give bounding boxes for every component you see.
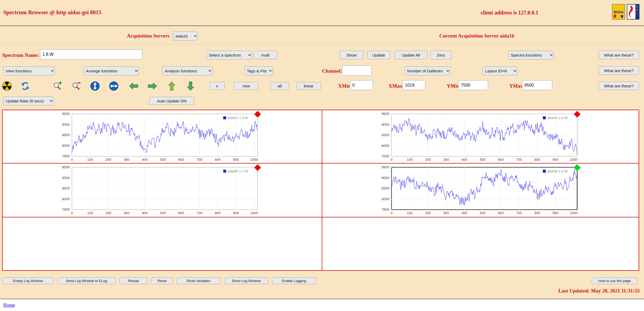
autoscale-y-icon[interactable] [90,81,100,91]
tags-fits-dropdown[interactable]: Tags & Fits [244,66,273,75]
auto-update-button[interactable]: Auto Update ON [149,97,194,105]
svg-text:200: 200 [105,211,111,215]
zoom-out-icon[interactable] [71,81,81,91]
spectra-functions-dropdown[interactable]: Spectra functions [508,51,554,60]
send-log-window-to-elog-button[interactable]: Send Log Window to ELog [57,277,115,284]
svg-text:800: 800 [534,211,540,215]
update-button[interactable]: Update [367,51,390,59]
svg-text:1000: 1000 [570,211,578,215]
show-log-window-button[interactable]: Show Log Window [224,277,268,284]
linear-button[interactable]: linear [297,82,321,90]
svg-text:1000: 1000 [250,158,258,162]
svg-text:800: 800 [534,158,540,162]
spectrum-chart: 0100200300400500600700800900100075008000… [3,110,319,163]
new-button[interactable]: new [234,82,258,90]
gallery-grid: 0100200300400500600700800900100075008000… [2,110,639,271]
svg-text:300: 300 [443,158,449,162]
midas-logo-text: Midas [614,10,624,14]
gallery-panel-1[interactable]: 0100200300400500600700800900100075008000… [3,110,322,164]
gallery-panel-4[interactable]: 0100200300400500600700800900100075008000… [322,164,639,217]
svg-text:0: 0 [71,158,73,162]
radiation-icon[interactable] [2,81,12,91]
what-are-these-button-2[interactable]: What are these? [599,66,639,75]
spectrum-name-input[interactable] [40,49,142,60]
facility-logo[interactable] [627,4,639,20]
zero-button[interactable]: Zero [430,51,451,59]
home-link[interactable]: Home [3,302,15,308]
svg-text:8000: 8000 [382,144,389,148]
refresh-icon[interactable] [20,81,30,91]
analysis-functions-dropdown[interactable]: Analysis functions [162,66,212,75]
pan-up-icon[interactable] [167,81,177,91]
reload-button[interactable]: Reload [119,277,147,284]
enable-logging-button[interactable]: Enable Logging [272,277,316,284]
separator [0,44,644,44]
gallery-panel-6[interactable] [322,217,639,270]
xmin-input[interactable] [350,80,373,90]
layout-id-dropdown[interactable]: Layout ID=8 [482,66,517,75]
spectrum-name-label: Spectrum Name: [2,52,39,58]
client-address: client address is 127.0.0.1 [481,10,538,16]
how-to-use-button[interactable]: How to use this page [592,277,637,284]
midas-logo-decor [621,15,623,18]
svg-text:900: 900 [552,211,558,215]
number-of-galleries-dropdown[interactable]: Number of Galleries [405,66,450,75]
svg-text:200: 200 [425,211,431,215]
ymax-input[interactable] [522,80,552,90]
reset-button[interactable]: Reset [151,277,173,284]
spectrum-chart: 0100200300400500600700800900100075008000… [3,164,319,216]
what-are-these-button-3[interactable]: What are these? [599,82,639,90]
svg-text:500: 500 [160,158,166,162]
pan-left-icon[interactable] [129,81,138,91]
pan-right-icon[interactable] [148,81,157,91]
zoom-in-icon[interactable] [53,81,62,91]
channel-input[interactable] [342,65,372,76]
what-are-these-button-1[interactable]: What are these? [599,51,639,59]
show-variables-button[interactable]: Show Variables [177,277,220,284]
xmin-label: XMin [338,83,351,89]
x-button[interactable]: x [210,82,225,90]
svg-text:8000: 8000 [62,197,70,201]
svg-text:7500: 7500 [382,208,389,212]
svg-text:100: 100 [407,158,413,162]
select-spectrum-dropdown[interactable]: Select a spectrum [206,51,252,60]
pan-down-icon[interactable] [186,81,195,91]
view-functions-dropdown[interactable]: View functions [3,66,55,75]
svg-text:0: 0 [390,211,392,215]
last-updated-text: Last Updated: May 28, 2021 11:31:55 [558,288,640,294]
gallery-panel-3[interactable]: 0100200300400500600700800900100075008000… [3,164,322,217]
xmax-input[interactable] [402,80,425,90]
midas-logo-decor [614,14,616,18]
ymin-label: YMin [447,83,460,89]
update-rate-dropdown[interactable]: Update Rate (8 secs) [3,97,54,105]
svg-text:8500: 8500 [62,133,70,137]
arrange-functions-dropdown[interactable]: Arrange functions [83,66,139,75]
channel-label: Channel: [322,68,342,74]
svg-text:0: 0 [71,211,73,215]
svg-text:9000: 9000 [382,176,389,180]
update-all-button[interactable]: Update All [394,51,427,59]
multi-button[interactable]: multi [254,51,277,59]
autoscale-x-icon[interactable] [109,81,119,91]
gallery-panel-5[interactable] [3,217,322,270]
ymin-input[interactable] [458,80,488,90]
svg-text:aida06 1.7.W: aida06 1.7.W [228,169,248,173]
acquisition-server-select[interactable]: aida16 [173,32,198,40]
svg-text:400: 400 [142,158,148,162]
midas-logo[interactable]: Midas [612,4,625,20]
svg-text:400: 400 [142,211,148,215]
empty-log-window-button[interactable]: Empty Log Window [2,277,54,284]
svg-text:600: 600 [498,158,504,162]
svg-text:8500: 8500 [382,186,389,190]
svg-text:aida02 1.8.W: aida02 1.8.W [228,116,248,120]
all-button[interactable]: all [270,82,289,90]
show-button[interactable]: Show [340,51,363,59]
svg-text:7500: 7500 [382,154,389,158]
ymax-label: YMax [509,83,523,89]
svg-text:700: 700 [197,158,203,162]
svg-text:300: 300 [443,211,449,215]
page: Spectrum Browser @ http aidas-gsi 8015 c… [0,0,644,311]
separator [0,25,644,26]
svg-text:0: 0 [390,158,392,162]
gallery-panel-2[interactable]: 0100200300400500600700800900100075008000… [322,110,639,164]
